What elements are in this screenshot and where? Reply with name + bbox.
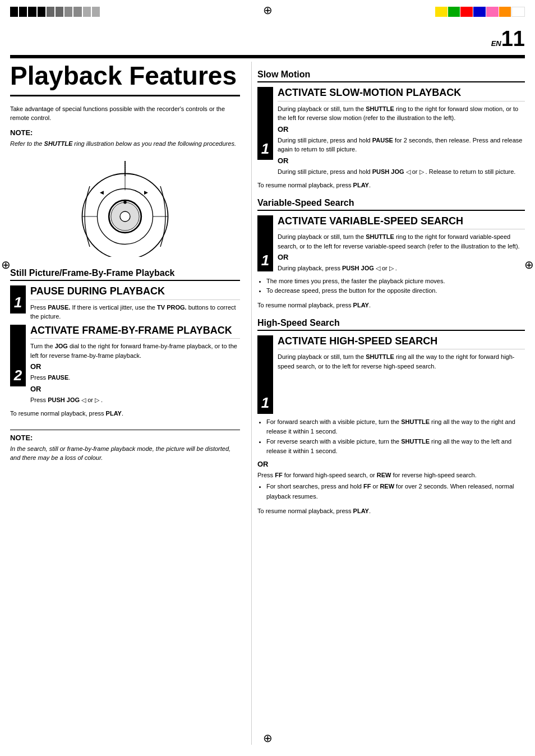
high-bullets-2: For short searches, press and hold FF or…: [257, 482, 525, 501]
slow-or-2: OR: [278, 156, 525, 165]
left-column: Playback Features Take advantage of spec…: [10, 62, 251, 745]
high-step-title: ACTIVATE HIGH-SPEED SEARCH: [278, 335, 525, 350]
svg-text:◀: ◀: [100, 190, 104, 195]
shuttle-diagram: ◀ ▶: [10, 156, 240, 257]
var-step-title: ACTIVATE VARIABLE-SPEED SEARCH: [278, 215, 525, 230]
bar-seg: [19, 7, 27, 17]
bar-seg: [10, 7, 18, 17]
slow-body-3: During still picture, press and hold PUS…: [278, 167, 525, 177]
top-right-color-bar: [435, 7, 525, 17]
bar-seg: [73, 7, 81, 17]
var-resume: To resume normal playback, press PLAY.: [257, 301, 525, 310]
main-content: Playback Features Take advantage of spec…: [10, 62, 525, 745]
var-body-1: During playback or still, turn the SHUTT…: [278, 232, 525, 251]
bar-seg: [56, 7, 63, 17]
step-2-block: 2 ACTIVATE FRAME-BY-FRAME PLAYBACK Turn …: [10, 325, 240, 405]
note-text-left: Refer to the SHUTTLE ring illustration b…: [10, 139, 240, 149]
step-1-content: PAUSE DURING PLAYBACK Press PAUSE. If th…: [30, 285, 240, 321]
step-1-title: PAUSE DURING PLAYBACK: [30, 285, 240, 300]
high-body-2: Press FF for forward high-speed search, …: [257, 471, 525, 480]
slow-or-1: OR: [278, 125, 525, 133]
svg-point-11: [123, 201, 126, 204]
high-step-block: 1 ACTIVATE HIGH-SPEED SEARCH During play…: [257, 335, 525, 414]
section-variable-heading: Variable-Speed Search: [257, 198, 525, 211]
step-number-1: 1: [10, 285, 26, 314]
high-or-1: OR: [257, 460, 525, 468]
slow-step-block: 1 ACTIVATE SLOW-MOTION PLAYBACK During p…: [257, 87, 525, 176]
svg-point-5: [120, 211, 130, 222]
slow-body-1: During playback or still, turn the SHUTT…: [278, 104, 525, 123]
color-orange: [499, 7, 511, 17]
svg-text:▶: ▶: [144, 190, 148, 195]
reg-mark-left: ⊕: [1, 258, 11, 271]
high-step-content: ACTIVATE HIGH-SPEED SEARCH During playba…: [278, 335, 525, 371]
slow-resume: To resume normal playback, press PLAY.: [257, 181, 525, 190]
intro-text: Take advantage of special functions poss…: [10, 104, 240, 123]
high-step-number: 1: [257, 335, 273, 414]
reg-mark-right: ⊕: [524, 258, 534, 271]
step-number-2: 2: [10, 325, 26, 386]
slow-step-title: ACTIVATE SLOW-MOTION PLAYBACK: [278, 87, 525, 102]
var-bullet-1: The more times you press, the faster the…: [266, 276, 525, 287]
color-green: [448, 7, 460, 17]
bar-seg: [83, 7, 91, 17]
var-bullets: The more times you press, the faster the…: [257, 276, 525, 296]
section-slow-heading: Slow Motion: [257, 70, 525, 82]
or-2: OR: [30, 385, 240, 393]
color-pink: [486, 7, 499, 17]
section-still-heading: Still Picture/Frame-By-Frame Playback: [10, 268, 240, 281]
step-2-or1-body: Press PAUSE.: [30, 373, 240, 382]
bar-seg: [38, 7, 45, 17]
section-high-heading: High-Speed Search: [257, 318, 525, 331]
bottom-note-body: In the search, still or frame-by-frame p…: [10, 444, 240, 463]
high-bullet-3: For short searches, press and hold FF or…: [266, 482, 525, 501]
step-2-or2-body: Press PUSH JOG ◁ or ▷ .: [30, 395, 240, 405]
reg-mark-top: ⊕: [263, 3, 273, 17]
step-1-block: 1 PAUSE DURING PLAYBACK Press PAUSE. If …: [10, 285, 240, 321]
bar-seg: [28, 7, 36, 17]
var-step-content: ACTIVATE VARIABLE-SPEED SEARCH During pl…: [278, 215, 525, 273]
bottom-note-heading: NOTE:: [10, 434, 240, 442]
or-1: OR: [30, 362, 240, 371]
note-heading-left: NOTE:: [10, 128, 240, 137]
bar-seg: [47, 7, 54, 17]
right-column: Slow Motion 1 ACTIVATE SLOW-MOTION PLAYB…: [251, 62, 525, 745]
step-2-content: ACTIVATE FRAME-BY-FRAME PLAYBACK Turn th…: [30, 325, 240, 405]
color-white: [511, 7, 525, 17]
high-resume: To resume normal playback, press PLAY.: [257, 506, 525, 516]
page-number-area: EN11: [491, 28, 525, 49]
slow-step-number: 1: [257, 87, 273, 160]
header-bar: [10, 55, 525, 58]
page-number: 11: [501, 27, 525, 50]
color-red: [460, 7, 473, 17]
step-2-title: ACTIVATE FRAME-BY-FRAME PLAYBACK: [30, 325, 240, 339]
en-label: EN: [491, 39, 501, 48]
var-or-1: OR: [278, 253, 525, 261]
bar-seg: [92, 7, 100, 17]
var-step-number: 1: [257, 215, 273, 271]
var-bullet-2: To decrease speed, press the button for …: [266, 286, 525, 296]
high-bullet-2: For reverse search with a visible pictur…: [266, 437, 525, 457]
color-blue: [473, 7, 486, 17]
high-body-1: During playback or still, turn the SHUTT…: [278, 352, 525, 371]
slow-step-content: ACTIVATE SLOW-MOTION PLAYBACK During pla…: [278, 87, 525, 176]
step-2-body: Turn the JOG dial to the right for forwa…: [30, 342, 240, 360]
step-1-body: Press PAUSE. If there is vertical jitter…: [30, 303, 240, 321]
bar-seg: [64, 7, 72, 17]
high-bullet-1: For forward search with a visible pictur…: [266, 417, 525, 437]
shuttle-svg: ◀ ▶: [69, 156, 181, 257]
color-yellow: [435, 7, 448, 17]
resume-still: To resume normal playback, press PLAY.: [10, 409, 240, 418]
bottom-note: NOTE: In the search, still or frame-by-f…: [10, 430, 240, 463]
page-title: Playback Features: [10, 62, 240, 96]
high-bullets-1: For forward search with a visible pictur…: [257, 417, 525, 457]
var-body-2: During playback, press PUSH JOG ◁ or ▷ .: [278, 264, 525, 273]
slow-body-2: During still picture, press and hold PAU…: [278, 136, 525, 154]
top-left-bar: [10, 7, 100, 17]
var-step-block: 1 ACTIVATE VARIABLE-SPEED SEARCH During …: [257, 215, 525, 273]
